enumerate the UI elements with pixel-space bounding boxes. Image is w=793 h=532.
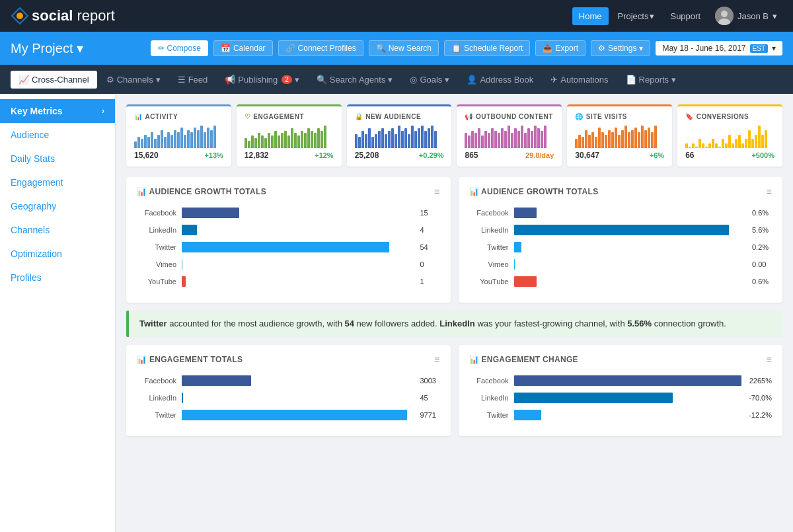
bar-fill	[514, 242, 522, 252]
sidebar-item-channels[interactable]: Channels	[0, 218, 115, 242]
schedule-report-button[interactable]: 📋 Schedule Report	[444, 40, 530, 56]
nav-address-book[interactable]: 👤 Address Book	[459, 71, 541, 89]
nav-channels[interactable]: ⚙ Channels ▾	[98, 71, 169, 89]
spark-bar	[534, 126, 537, 148]
bar-row: Vimeo 0	[137, 259, 440, 270]
bar-label: Twitter	[469, 243, 509, 251]
bar-track	[514, 208, 745, 218]
bar-track	[514, 393, 741, 403]
bar-track	[182, 375, 412, 386]
nav-goals[interactable]: ◎ Goals ▾	[402, 71, 457, 89]
spark-bar	[395, 134, 397, 148]
spark-bar	[378, 131, 381, 148]
sidebar-item-audience[interactable]: Audience	[0, 123, 115, 147]
svg-point-3	[721, 11, 728, 17]
sidebar-item-optimization[interactable]: Optimization	[0, 242, 115, 266]
bar-value: 0	[420, 260, 440, 268]
home-button[interactable]: Home	[572, 7, 609, 25]
insight-twitter: Twitter	[139, 319, 167, 328]
bar-value: -70.0%	[749, 394, 772, 402]
nav-feed[interactable]: ☰ Feed	[170, 71, 216, 89]
spark-bar	[484, 131, 487, 148]
spark-bar	[624, 126, 627, 148]
bar-fill	[514, 259, 515, 270]
nav-search-agents[interactable]: 🔍 Search Agents ▾	[309, 71, 401, 89]
second-nav: 📈 Cross-Channel ⚙ Channels ▾ ☰ Feed 📢 Pu…	[0, 65, 793, 94]
nav-reports[interactable]: 📄 Reports ▾	[618, 71, 685, 89]
project-title[interactable]: My Project ▾	[11, 40, 83, 56]
support-button[interactable]: Support	[663, 7, 707, 25]
audience-growth-totals-panel: 📊 AUDIENCE GROWTH TOTALS ≡ Facebook 15 L…	[126, 177, 451, 303]
spark-bar	[715, 143, 718, 148]
spark-bar	[428, 128, 430, 148]
spark-bar	[278, 135, 280, 148]
metric-card-site-visits[interactable]: 🌐 SITE VISITS 30,647 +6%	[567, 104, 672, 167]
spark-bar	[541, 131, 543, 148]
bar-row: Twitter -12.2%	[469, 410, 773, 420]
bar-row: YouTube 1	[137, 276, 440, 287]
spark-bar	[314, 133, 317, 148]
spark-bar	[634, 128, 637, 148]
metric-card-activity[interactable]: 📊 ACTIVITY 15,620 +13%	[126, 104, 231, 167]
bar-value: 15	[420, 209, 440, 217]
spark-bar	[245, 138, 247, 148]
spark-bar	[725, 143, 728, 148]
spark-bar	[468, 135, 471, 148]
spark-bar	[508, 126, 510, 148]
metric-card-new-audience[interactable]: 🔒 NEW AUDIENCE 25,208 +0.29%	[347, 104, 452, 167]
bar-label: Facebook	[137, 209, 176, 217]
bar-row: Twitter 54	[137, 242, 440, 252]
spark-bar	[287, 135, 290, 148]
nav-publishing[interactable]: 📢 Publishing 2 ▾	[217, 71, 307, 89]
new-search-button[interactable]: 🔍 New Search	[369, 40, 439, 56]
bar-label: Twitter	[469, 411, 509, 419]
sidebar-item-key-metrics[interactable]: Key Metrics ›	[0, 99, 115, 123]
spark-bar	[692, 143, 695, 148]
chart2-menu-icon[interactable]: ≡	[767, 186, 772, 197]
metric-card-conversions[interactable]: 🔖 CONVERSIONS 66 +500%	[677, 104, 782, 167]
eng-menu-icon[interactable]: ≡	[434, 354, 439, 365]
bar-label: Twitter	[137, 243, 176, 251]
metric-title: 🔖 CONVERSIONS	[685, 113, 774, 120]
bar-track	[182, 225, 412, 235]
sidebar-item-geography[interactable]: Geography	[0, 194, 115, 218]
nav-automations[interactable]: ✈ Automations	[543, 71, 616, 89]
spark-bar	[544, 126, 547, 148]
settings-icon: ⚙	[598, 44, 605, 53]
spark-bar	[157, 135, 160, 148]
bar-row: Facebook 15	[137, 208, 440, 218]
sidebar-item-daily-stats[interactable]: Daily Stats	[0, 147, 115, 171]
spark-bar	[531, 131, 533, 148]
bar-fill	[514, 225, 729, 235]
export-button[interactable]: 📤 Export	[535, 40, 585, 56]
calendar-button[interactable]: 📅 Calendar	[213, 40, 273, 56]
spark-bar	[408, 134, 410, 148]
compose-button[interactable]: ✏ Compose	[151, 40, 208, 56]
spark-bar	[375, 134, 377, 148]
chart2-icon: 📊	[469, 187, 479, 196]
date-picker[interactable]: May 18 - June 16, 2017 EST ▾	[656, 41, 782, 56]
address-book-icon: 👤	[467, 75, 477, 85]
nav-cross-channel[interactable]: 📈 Cross-Channel	[11, 71, 97, 89]
user-menu[interactable]: Jason B ▾	[710, 4, 782, 28]
bar-fill	[182, 259, 182, 270]
sidebar-item-profiles[interactable]: Profiles	[0, 266, 115, 289]
metric-card-outbound[interactable]: 📢 OUTBOUND CONTENT 865 29.8/day	[457, 104, 562, 167]
metric-change: +6%	[650, 151, 664, 159]
bar-value: 3003	[420, 377, 440, 385]
bar-label: Facebook	[469, 377, 509, 385]
ec-menu-icon[interactable]: ≡	[767, 354, 772, 365]
bar-label: YouTube	[137, 278, 176, 285]
spark-bar	[491, 128, 494, 148]
connect-profiles-button[interactable]: 🔗 Connect Profiles	[278, 40, 363, 56]
sidebar-item-engagement[interactable]: Engagement	[0, 171, 115, 194]
projects-button[interactable]: Projects ▾	[611, 7, 661, 25]
metric-card-engagement[interactable]: ♡ ENGAGEMENT 12,832 +12%	[237, 104, 342, 167]
spark-bar	[204, 132, 206, 148]
metric-cards: 📊 ACTIVITY 15,620 +13% ♡ ENGAGEMENT 12,8…	[126, 104, 782, 167]
spark-bar	[418, 128, 420, 148]
bar-row: LinkedIn 4	[137, 225, 440, 235]
chart-menu-icon[interactable]: ≡	[434, 186, 439, 197]
spark-bar	[421, 126, 424, 148]
settings-button[interactable]: ⚙ Settings ▾	[591, 40, 650, 56]
